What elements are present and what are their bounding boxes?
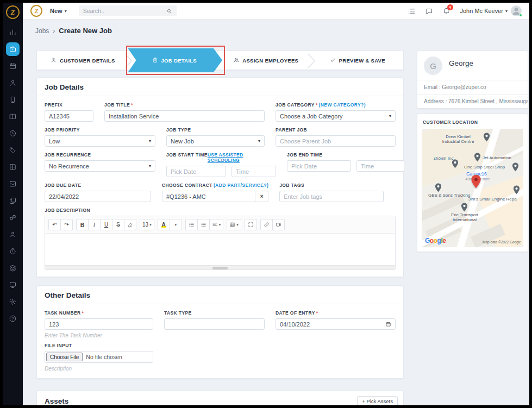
file-input[interactable]: Choose File No file chosen xyxy=(45,351,153,363)
choose-file-button[interactable]: Choose File xyxy=(46,353,83,361)
sidebar-item-modules[interactable] xyxy=(6,160,20,174)
sidebar-item-analytics[interactable] xyxy=(6,26,20,39)
redo-button[interactable]: ↷ xyxy=(60,219,73,230)
contract-input[interactable] xyxy=(162,191,255,202)
prefix-input[interactable] xyxy=(45,110,93,122)
tag-icon xyxy=(9,146,17,154)
sidebar-item-time-off[interactable] xyxy=(6,127,20,140)
task-number-input[interactable] xyxy=(45,318,153,330)
avatar[interactable] xyxy=(511,5,522,16)
chat-button[interactable] xyxy=(422,7,436,15)
sidebar-item-calendar[interactable] xyxy=(6,59,20,73)
sidebar-item-jobs[interactable] xyxy=(6,42,20,56)
font-color-button[interactable]: A xyxy=(158,219,170,230)
job-type-select[interactable]: New Job▾ xyxy=(166,135,265,147)
sidebar-item-customers[interactable] xyxy=(6,76,20,90)
table-dropdown[interactable]: ▾ xyxy=(227,219,241,230)
customer-location-card: CUSTOMER LOCATION xyxy=(417,114,528,252)
job-tags-input[interactable] xyxy=(279,191,384,202)
sidebar-item-archive[interactable] xyxy=(6,177,20,191)
undo-button[interactable]: ↶ xyxy=(48,219,61,230)
end-date-input[interactable] xyxy=(287,160,351,172)
sidebar-item-help[interactable] xyxy=(6,312,20,325)
chevron-down-icon: ▾ xyxy=(389,114,391,118)
job-priority-select[interactable]: Low▾ xyxy=(45,135,155,147)
search-box[interactable] xyxy=(79,5,177,16)
calendar-icon[interactable] xyxy=(385,321,391,327)
chevron-down-icon: ▾ xyxy=(149,223,152,227)
zuper-logo[interactable]: Z xyxy=(6,5,20,19)
sidebar-item-service-map[interactable] xyxy=(6,110,20,123)
table-icon xyxy=(229,222,235,228)
underline-button[interactable]: U xyxy=(100,219,112,230)
scrollbar-thumb[interactable] xyxy=(212,267,228,269)
job-description-input[interactable] xyxy=(45,234,395,265)
font-color-dropdown[interactable]: ▾ xyxy=(170,219,182,230)
sidebar-item-documents[interactable] xyxy=(6,194,20,208)
notifications-button[interactable]: 4 xyxy=(440,7,454,15)
bullet-list-button[interactable] xyxy=(197,219,210,230)
italic-button[interactable]: I xyxy=(88,219,101,230)
step-preview-save[interactable]: PREVIEW & SAVE xyxy=(312,51,404,70)
briefcase-icon xyxy=(9,45,17,53)
map-pin-gbs xyxy=(435,183,442,192)
parent-job-input[interactable] xyxy=(276,135,396,147)
task-type-input[interactable] xyxy=(164,318,265,330)
insert-link-button[interactable] xyxy=(260,219,273,230)
sidebar-item-assets[interactable] xyxy=(6,261,20,275)
job-recurrence-select[interactable]: No Recurrence▾ xyxy=(45,160,155,172)
clear-format-button[interactable] xyxy=(124,219,136,230)
google-logo[interactable]: Google xyxy=(425,237,446,244)
insert-video-button[interactable] xyxy=(272,219,285,230)
breadcrumb: Jobs › Create New Job xyxy=(35,27,529,35)
start-time-input[interactable] xyxy=(231,166,276,177)
monitor-icon xyxy=(9,281,17,289)
page-title: Create New Job xyxy=(59,27,112,35)
font-size-dropdown[interactable]: 13▾ xyxy=(140,219,154,230)
date-of-entry-input[interactable]: 04/10/2022 xyxy=(276,318,396,330)
sidebar-item-display[interactable] xyxy=(6,278,20,292)
new-button[interactable]: New ▾ xyxy=(50,8,67,14)
sidebar-item-timesheets[interactable] xyxy=(6,244,20,258)
chevron-down-icon: ▾ xyxy=(174,223,177,227)
expand-icon xyxy=(248,222,254,228)
activity-list-button[interactable] xyxy=(405,7,419,15)
step-assign-employees[interactable]: ASSIGN EMPLOYEES xyxy=(220,51,312,70)
step-job-details[interactable]: JOB DETAILS xyxy=(129,51,221,70)
editor-horizontal-scrollbar[interactable] xyxy=(45,265,395,269)
google-map[interactable]: Drew Kimbel Industrial Centre shōmi! Inc… xyxy=(422,129,523,247)
job-category-select[interactable]: Choose a Job Category▾ xyxy=(276,110,396,122)
sidebar-item-parts[interactable] xyxy=(6,211,20,224)
search-icon[interactable] xyxy=(166,8,172,14)
copy-icon xyxy=(9,197,17,205)
paragraph-align-dropdown[interactable]: ▾ xyxy=(209,219,224,230)
sidebar-item-tags[interactable] xyxy=(6,143,20,157)
drawer-icon xyxy=(9,180,17,188)
strikethrough-button[interactable]: S xyxy=(112,219,124,230)
ordered-list-button[interactable] xyxy=(185,219,198,230)
customer-email: George@zuper.co xyxy=(442,84,486,90)
assisted-scheduling-link[interactable]: USE ASSISTED SCHEDULING xyxy=(208,152,276,163)
clear-contract-button[interactable]: × xyxy=(255,191,268,202)
job-due-date-input[interactable] xyxy=(45,191,151,202)
search-input[interactable] xyxy=(83,8,166,14)
fullscreen-button[interactable] xyxy=(245,219,257,230)
sidebar-item-teams[interactable] xyxy=(6,228,20,241)
chevron-down-icon: ▾ xyxy=(236,223,239,227)
sidebar-item-devices[interactable] xyxy=(6,93,20,106)
end-time-input[interactable] xyxy=(356,160,404,172)
add-part-service-link[interactable]: (ADD PART/SERVICE?) xyxy=(214,183,268,188)
user-menu[interactable]: John Mc Keever ▾ xyxy=(460,8,508,14)
job-due-date-label: JOB DUE DATE xyxy=(45,183,151,188)
start-date-input[interactable] xyxy=(166,166,226,177)
sidebar-item-settings[interactable] xyxy=(6,295,20,309)
job-title-input[interactable] xyxy=(104,110,265,122)
breadcrumb-jobs[interactable]: Jobs xyxy=(35,27,49,35)
bold-button[interactable]: B xyxy=(76,219,89,230)
header-actions: 4 John Mc Keever ▾ xyxy=(405,5,522,16)
step-customer-details[interactable]: CUSTOMER DETAILS xyxy=(37,51,129,70)
brand-logo[interactable]: Z xyxy=(30,5,42,17)
pick-assets-button[interactable]: + Pick Assets xyxy=(357,396,398,406)
new-category-link[interactable]: (NEW CATEGORY?) xyxy=(319,102,366,108)
eraser-icon xyxy=(127,222,133,228)
